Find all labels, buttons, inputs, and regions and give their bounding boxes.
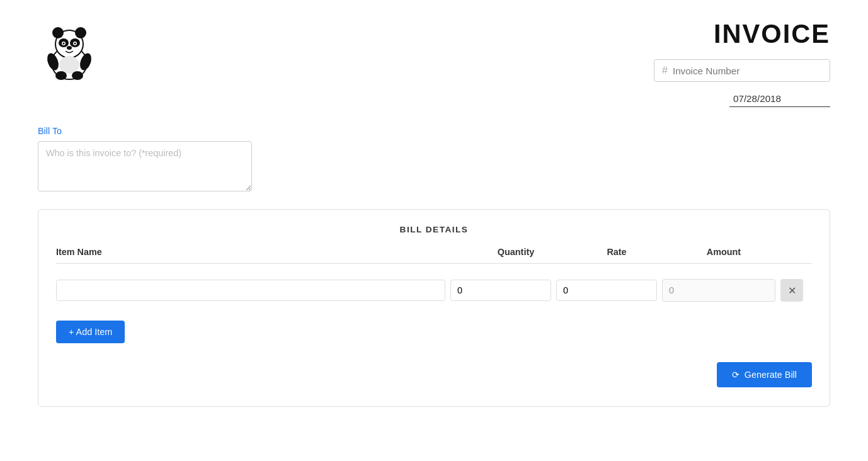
svg-point-3 [75,27,86,38]
invoice-title: INVOICE [654,19,830,49]
col-quantity: Quantity [465,247,566,257]
col-rate: Rate [566,247,667,257]
quantity-input[interactable] [450,280,551,301]
times-icon: ✕ [788,285,796,297]
svg-point-9 [74,43,76,45]
col-amount: Amount [667,247,780,257]
amount-display: 0 [662,279,775,302]
bill-to-textarea[interactable] [38,141,252,191]
logo-area [38,19,101,82]
generate-bill-label: Generate Bill [745,370,797,380]
svg-point-15 [72,71,83,80]
svg-point-10 [67,46,72,50]
bill-details-card: BILL DETAILS Item Name Quantity Rate Amo… [38,209,830,407]
svg-point-13 [59,56,79,74]
svg-point-14 [55,71,67,80]
rate-input[interactable] [556,280,657,301]
invoice-number-input[interactable] [673,65,799,76]
bill-to-label: Bill To [38,126,830,136]
col-item-name: Item Name [56,247,465,257]
svg-point-8 [63,43,65,45]
remove-row-button[interactable]: ✕ [780,279,803,302]
invoice-header: INVOICE # [654,19,830,107]
bill-details-title: BILL DETAILS [56,225,812,234]
panda-logo [38,19,101,82]
invoice-number-wrapper: # [654,59,830,82]
item-name-input[interactable] [56,280,445,301]
add-item-button[interactable]: + Add Item [56,321,125,343]
bill-to-section: Bill To [38,126,830,194]
hash-icon: # [662,65,668,76]
add-item-label: + Add Item [69,327,112,337]
generate-bill-button[interactable]: ⟳ Generate Bill [717,362,812,387]
svg-point-2 [52,27,64,38]
table-header: Item Name Quantity Rate Amount [56,247,812,264]
btn-footer: ⟳ Generate Bill [56,343,812,387]
refresh-icon: ⟳ [732,370,740,380]
table-row: 0 ✕ [56,270,812,310]
top-section: INVOICE # [38,19,830,107]
page-container: INVOICE # Bill To BILL DETAILS Item Name… [0,0,868,426]
col-actions [780,247,812,257]
invoice-date-wrapper [654,91,830,107]
invoice-date-input[interactable] [729,91,830,107]
